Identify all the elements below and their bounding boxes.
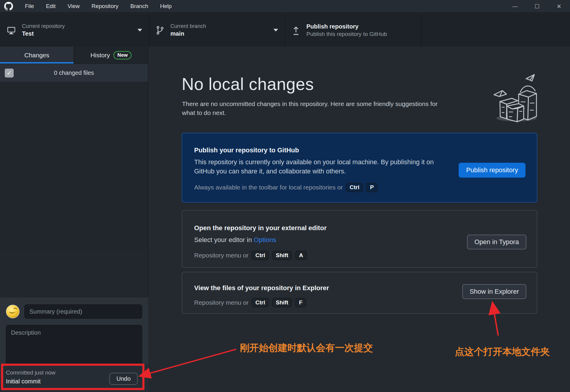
empty-state-illustration <box>490 72 541 124</box>
menu-view[interactable]: View <box>61 0 86 13</box>
tab-changes-label: Changes <box>24 52 49 59</box>
undo-button[interactable]: Undo <box>109 373 138 385</box>
show-in-explorer-button[interactable]: Show in Explorer <box>462 284 526 299</box>
sidebar-tabs: Changes History New <box>0 47 148 64</box>
avatar <box>6 305 20 318</box>
file-list-empty <box>0 82 148 250</box>
maximize-button[interactable]: ☐ <box>526 0 548 13</box>
tab-history-label: History <box>91 52 110 59</box>
git-branch-icon <box>156 26 164 35</box>
explorer-card-footer-text: Repository menu or <box>194 299 248 306</box>
kbd-ctrl: Ctrl <box>346 183 363 192</box>
kbd-a: A <box>295 251 307 260</box>
tab-history[interactable]: History New <box>74 47 148 64</box>
editor-card-body-text: Select your editor in <box>194 236 254 244</box>
menu-repository[interactable]: Repository <box>86 0 124 13</box>
kbd-f: F <box>295 298 306 307</box>
current-repository-value: Test <box>22 30 65 37</box>
publish-repository-toolbar-button[interactable]: Publish repository Publish this reposito… <box>285 14 421 47</box>
github-logo-icon <box>4 2 13 11</box>
changed-files-count: 0 changed files <box>0 69 148 76</box>
editor-card-footer-text: Repository menu or <box>194 252 248 259</box>
current-repository-selector[interactable]: Current repository Test <box>0 14 149 47</box>
chevron-down-icon <box>137 29 142 31</box>
changes-sidebar: Changes History New ✓ 0 changed files <box>0 47 148 392</box>
title-bar: File Edit View Repository Branch Help — … <box>0 0 570 13</box>
current-branch-label: Current branch <box>170 23 206 29</box>
editor-card-title: Open the repository in your external edi… <box>194 224 525 232</box>
publish-card-footer-text: Always available in the toolbar for loca… <box>194 184 343 191</box>
close-button[interactable]: ✕ <box>548 0 570 13</box>
minimize-button[interactable]: — <box>504 0 526 13</box>
menu-help[interactable]: Help <box>154 0 178 13</box>
external-editor-card: Open the repository in your external edi… <box>182 210 537 268</box>
page-title: No local changes <box>182 74 314 94</box>
menu-file[interactable]: File <box>19 0 40 13</box>
kbd-shift: Shift <box>272 251 292 260</box>
commit-form: Commit to main <box>0 297 148 365</box>
kbd-ctrl: Ctrl <box>251 251 269 260</box>
window-controls: — ☐ ✕ <box>504 0 570 13</box>
page-subtitle: There are no uncommitted changes in this… <box>182 99 452 117</box>
open-in-typora-button[interactable]: Open in Typora <box>467 235 526 249</box>
publish-card-body: This repository is currently only availa… <box>194 158 444 176</box>
options-link[interactable]: Options <box>254 236 276 244</box>
tab-changes[interactable]: Changes <box>0 47 74 64</box>
changed-files-header: ✓ 0 changed files <box>0 64 148 82</box>
last-commit-banner: Committed just now Initial commit Undo <box>0 365 148 392</box>
menu-edit[interactable]: Edit <box>40 0 62 13</box>
current-branch-value: main <box>170 30 206 37</box>
commit-annotation-note: 刚开始创建时默认会有一次提交 <box>240 342 373 355</box>
publish-toolbar-title: Publish repository <box>306 23 387 30</box>
summary-input[interactable] <box>24 304 142 319</box>
publish-card-title: Publish your repository to GitHub <box>194 146 525 154</box>
show-in-explorer-card: View the files of your repository in Exp… <box>182 272 537 314</box>
current-repository-label: Current repository <box>22 23 65 29</box>
explorer-annotation-note: 点这个打开本地文件夹 <box>455 345 550 358</box>
publish-toolbar-subtitle: Publish this repository to GitHub <box>306 31 387 37</box>
new-badge: New <box>113 51 132 59</box>
kbd-p: P <box>366 183 378 192</box>
current-branch-selector[interactable]: Current branch main <box>149 14 285 47</box>
publish-card: Publish your repository to GitHub This r… <box>182 133 537 203</box>
menu-branch[interactable]: Branch <box>124 0 154 13</box>
kbd-shift: Shift <box>272 298 292 307</box>
upload-icon <box>292 25 300 35</box>
monitor-icon <box>7 26 16 35</box>
toolbar: Current repository Test Current branch m… <box>0 14 570 47</box>
kbd-ctrl: Ctrl <box>251 298 269 307</box>
publish-repository-button[interactable]: Publish repository <box>459 163 525 178</box>
chevron-down-icon <box>273 29 278 31</box>
no-local-changes-view: No local changes There are no uncommitte… <box>148 47 570 392</box>
